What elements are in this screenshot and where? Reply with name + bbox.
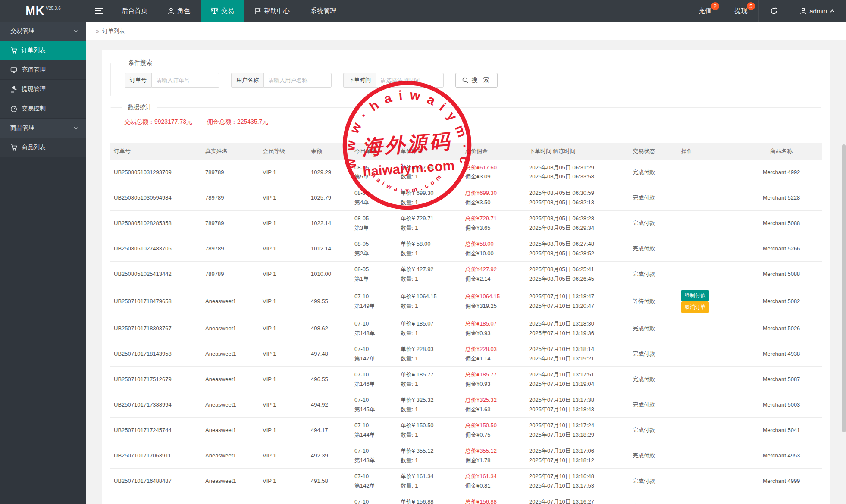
real-name: Aneasweet1 [205, 401, 236, 408]
quantity: 数量: 1 [401, 274, 457, 283]
nav-tab-trade[interactable]: 交易 [201, 0, 244, 22]
order-nth: 第146单 [354, 379, 392, 388]
sidebar-item-recharge[interactable]: 充值管理 [0, 60, 86, 80]
scrollbar-thumb[interactable] [842, 144, 846, 432]
unfreeze-time: 2025年08月05日 06:29:34 [529, 223, 624, 232]
real-name: Aneasweet1 [205, 478, 236, 484]
search-button[interactable]: 搜 索 [455, 73, 498, 88]
unfreeze-time: 2025年07月10日 13:20:47 [529, 301, 624, 310]
search-form: 订单号 用户名称 下单时间 搜 索 [125, 73, 812, 88]
order-no-input[interactable] [151, 73, 219, 88]
column-header: 会员等级 [258, 143, 307, 160]
order-nth: 第143单 [354, 456, 392, 465]
withdraw-notice-button[interactable]: 提现 5 [723, 0, 758, 22]
orders-table-header: 订单号真实姓名会员等级余额今日单数单价数量总价佣金下单时间 解冻时间交易状态操作… [110, 143, 822, 160]
order-time: 2025年07月10日 13:17:06 [529, 446, 624, 455]
unfreeze-time: 2025年07月10日 13:17:53 [529, 481, 624, 490]
trade-status: 完成付款 [633, 169, 655, 175]
order-date: 07-10 [354, 370, 392, 379]
table-row: UB2507101717512679 Aneasweet1 VIP 1 496.… [110, 366, 822, 392]
unfreeze-time: 2025年07月10日 13:18:29 [529, 430, 624, 439]
column-header: 操作 [677, 143, 740, 160]
unit-price: 单价¥ 150.50 [401, 421, 457, 430]
unfreeze-time: 2025年07月10日 13:18:43 [529, 405, 624, 414]
sidebar-item-trade-control[interactable]: 交易控制 [0, 99, 86, 119]
column-header: 下单时间 解冻时间 [525, 143, 628, 160]
quantity: 数量: 1 [401, 481, 457, 490]
unit-price: 单价¥ 185.77 [401, 370, 457, 379]
recharge-badge: 2 [711, 2, 719, 10]
sidebar-item-withdraw[interactable]: 提现管理 [0, 80, 86, 99]
commission: 佣金¥0.75 [465, 430, 520, 439]
logo-text: MK [25, 4, 44, 18]
order-date: 08-05 [354, 214, 392, 223]
balance: 1022.14 [311, 220, 331, 226]
withdraw-label: 提现 [734, 7, 747, 15]
nav-tab-help[interactable]: 帮助中心 [244, 0, 300, 22]
balance: 494.92 [311, 401, 328, 408]
order-no: UB2507101718303767 [114, 325, 172, 332]
chevron-down-icon [74, 30, 78, 33]
trade-status: 完成付款 [633, 271, 655, 277]
sidebar-section-label: 交易管理 [10, 27, 34, 35]
username-input[interactable] [263, 73, 332, 88]
nav-tab-system[interactable]: 系统管理 [300, 0, 347, 22]
nav-tab-label: 角色 [177, 7, 190, 15]
table-row: UB2507101718479658 Aneasweet1 VIP 1 499.… [110, 287, 822, 316]
balance: 1012.14 [311, 245, 331, 252]
stats-line: 交易总额：9923177.73元 佣金总额：225435.7元 [124, 118, 813, 126]
order-time-field-label: 下单时间 [343, 73, 376, 88]
vip-level: VIP 1 [263, 478, 276, 484]
unfreeze-time: 2025年08月05日 06:32:13 [529, 198, 624, 207]
order-time: 2025年07月10日 13:17:24 [529, 421, 624, 430]
real-name: Aneasweet1 [205, 452, 236, 459]
total-price: 总价¥185.07 [465, 319, 520, 328]
order-date: 07-10 [354, 292, 392, 301]
merchant-name: Merchant 5088 [763, 220, 800, 226]
scales-icon [211, 7, 218, 14]
table-row: UB2507101716488487 Aneasweet1 VIP 1 491.… [110, 468, 822, 494]
refresh-button[interactable] [758, 0, 789, 22]
order-nth: 第5单 [354, 172, 392, 181]
balance: 1029.29 [311, 169, 331, 175]
nav-tab-home[interactable]: 后台首页 [111, 0, 158, 22]
cancel-order-button[interactable]: 取消订单 [681, 301, 709, 313]
column-header: 单价数量 [396, 143, 461, 160]
order-nth: 第149单 [354, 301, 392, 310]
sidebar-section-goods[interactable]: 商品管理 [0, 119, 86, 138]
user-menu[interactable]: admin [789, 0, 846, 22]
merchant-name: Merchant 5003 [763, 401, 800, 408]
trade-status: 完成付款 [633, 376, 655, 382]
order-time-input[interactable] [376, 73, 444, 88]
sidebar: 交易管理 订单列表 充值管理 提现管理 交易控制 商品管理 [0, 22, 86, 504]
order-no: UB2507101717512679 [114, 376, 172, 382]
recharge-notice-button[interactable]: 充值 2 [687, 0, 723, 22]
sidebar-item-label: 订单列表 [22, 47, 46, 54]
order-no: UB2507101717063911 [114, 452, 171, 459]
vip-level: VIP 1 [263, 401, 276, 408]
unit-price: 单价¥ 427.92 [401, 265, 457, 274]
quantity: 数量: 1 [401, 456, 457, 465]
unit-price: 单价¥ 156.88 [401, 497, 457, 504]
commission: 佣金¥1.78 [465, 456, 520, 465]
balance: 1025.79 [311, 194, 331, 201]
chevron-up-icon [830, 9, 835, 13]
sidebar-item-goods-list[interactable]: 商品列表 [0, 138, 86, 157]
sidebar-section-trade[interactable]: 交易管理 [0, 22, 86, 41]
search-icon [462, 77, 469, 84]
sidebar-item-order-list[interactable]: 订单列表 [0, 41, 86, 60]
scrollbar[interactable] [841, 22, 846, 504]
nav-tab-roles[interactable]: 角色 [158, 0, 201, 22]
total-price: 总价¥161.34 [465, 472, 520, 481]
menu-collapse-button[interactable] [86, 0, 111, 22]
person-icon [168, 8, 174, 14]
vip-level: VIP 1 [263, 245, 276, 252]
column-header: 订单号 [110, 143, 201, 160]
logo-version: V25.3.6 [46, 6, 60, 11]
balance: 491.58 [311, 478, 328, 484]
order-no: UB2508051028285358 [114, 220, 172, 226]
real-name: 789789 [205, 271, 224, 277]
app-logo: MK V25.3.6 [0, 0, 86, 22]
force-pay-button[interactable]: 强制付款 [681, 290, 709, 301]
order-nth: 第3单 [354, 223, 392, 232]
